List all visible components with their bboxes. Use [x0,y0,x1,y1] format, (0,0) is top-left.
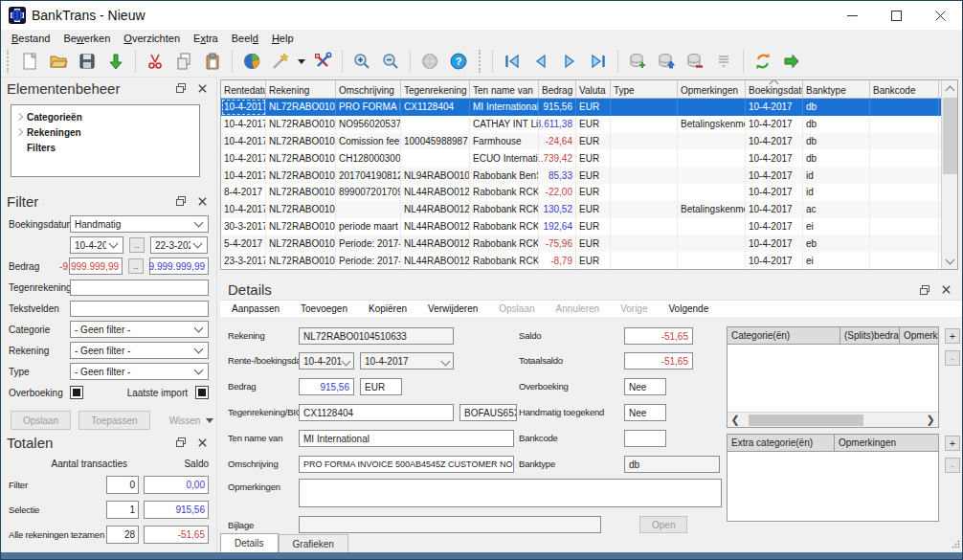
tegenrekening-field[interactable]: CX1128404 [299,404,454,421]
overboeking-checkbox[interactable] [70,386,83,399]
close-panel-icon[interactable] [193,435,211,450]
scroll-down-icon[interactable] [942,253,957,269]
table-row[interactable]: 10-4-2017NL72RABO01045...NL44RABO01234..… [221,201,957,218]
date-to-select[interactable]: 22-3-2024 [150,236,208,254]
column-header-type[interactable]: Type [611,80,678,98]
close-button[interactable] [918,1,962,30]
toepassen-button[interactable]: Toepassen [78,411,149,430]
column-header-valuta[interactable]: Valuta [576,80,611,98]
zoom-out-icon[interactable] [376,48,405,75]
tree-item-categorieën[interactable]: Categorieën [11,109,199,124]
maximize-button[interactable] [874,1,918,30]
column-header-ten-name-van[interactable]: Ten name van [470,80,539,98]
bedrag-min-field[interactable]: -9.999.999,99 [69,258,123,275]
web-icon[interactable] [415,48,444,75]
omschrijving-field[interactable]: PRO FORMA INVOICE 500AB4545Z CUSTOMER NO… [299,456,514,473]
copy-icon[interactable] [169,48,198,75]
table-row[interactable]: 10-4-2017NL72RABO01045...NO95602053797..… [221,116,957,133]
open-icon[interactable] [44,48,73,75]
column-header-bedrag[interactable]: Bedrag [539,80,576,98]
date-from-select[interactable]: 10-4-2017 [70,236,123,254]
import-icon[interactable] [101,48,130,75]
action-annuleren[interactable]: Annuleren [556,303,600,314]
vertical-scrollbar[interactable] [941,80,957,269]
menu-extra[interactable]: Extra [187,32,225,45]
action-opslaan[interactable]: Opslaan [499,303,534,314]
bic-field[interactable]: BOFAUS65XXX [459,404,517,421]
scrollbar-thumb[interactable] [749,414,863,426]
rekening-field[interactable]: NL72RABO0104510633 [299,327,454,345]
add-record-icon[interactable] [623,48,652,75]
extra-categorie-col-header[interactable]: Extra categorie(ën) [728,435,835,451]
action-toevoegen[interactable]: Toevoegen [301,303,347,314]
bijlage-field[interactable] [299,516,601,533]
table-row[interactable]: 30-3-2017NL72RABO01045...periode maart 2… [221,218,957,235]
float-panel-icon[interactable] [916,282,933,298]
delete-record-icon[interactable] [681,48,709,75]
tree-item-rekeningen[interactable]: Rekeningen [11,124,199,140]
column-header-tegenrekening[interactable]: Tegenrekening [401,80,470,98]
column-header-boekingsdatum[interactable]: Boekingsdatum [746,80,803,98]
scroll-right-icon[interactable]: ❯ [923,414,938,426]
table-row[interactable]: 10-4-2017NL72RABO01045...Comission fee J… [221,133,957,150]
menu-bestand[interactable]: Bestand [5,32,56,45]
column-header-bankcode[interactable]: Bankcode [870,80,939,98]
add-extra-categorie-button[interactable]: + [945,436,960,451]
rekening-select[interactable]: - Geen filter - [70,342,209,359]
last-record-icon[interactable] [584,48,613,75]
table-row[interactable]: 10-4-2017NL72RABO01045...2017041908123..… [221,167,957,184]
toolbar-grip[interactable] [7,50,11,73]
tab-details[interactable]: Details [220,533,279,552]
column-header-banktype[interactable]: Banktype [803,80,870,98]
table-row[interactable]: 10-4-2017NL72RABO01045...PRO FORMA INV..… [221,99,957,116]
opmerkingen-col-header[interactable]: Opmerkingen [835,435,938,451]
export-icon[interactable] [777,48,806,75]
previous-record-icon[interactable] [526,48,555,75]
reports-icon[interactable] [237,48,266,75]
wissen-button[interactable]: Wissen [169,415,214,426]
close-panel-icon[interactable] [937,282,954,298]
handmatig-toegekend-field[interactable]: Nee [624,404,666,421]
tab-grafieken[interactable]: Grafieken [279,534,348,552]
bankcode-field[interactable] [624,430,666,447]
help-icon[interactable]: ? [444,48,473,75]
add-categorie-button[interactable]: + [945,328,960,344]
splitsbedrag-col-header[interactable]: (Splits)bedrag [840,327,900,344]
ten-name-van-field[interactable]: MI International [299,430,514,447]
type-select[interactable]: - Geen filter - [70,363,209,380]
next-record-icon[interactable] [555,48,584,75]
action-vorige[interactable]: Vorige [620,303,647,314]
remove-extra-categorie-button[interactable]: - [945,458,960,473]
close-panel-icon[interactable] [193,193,211,209]
cut-icon[interactable] [141,48,169,75]
tegenrekening-input[interactable] [70,280,209,296]
scroll-up-icon[interactable] [942,80,957,97]
scroll-left-icon[interactable]: ❮ [728,414,743,426]
float-panel-icon[interactable] [172,435,190,450]
opmerkingen-col-header[interactable]: Opmerkingen [900,327,938,344]
zoom-in-icon[interactable] [347,48,376,75]
wizard-icon[interactable] [266,48,295,75]
opslaan-button[interactable]: Opslaan [11,411,71,430]
categorie-col-header[interactable]: Categorie(ën) [728,327,840,344]
laatste-import-checkbox[interactable] [195,386,209,399]
scrollbar-thumb[interactable] [943,98,957,174]
tools-icon[interactable] [308,48,337,75]
minimize-button[interactable] [830,1,874,30]
wizard-dropdown-icon[interactable] [295,48,308,75]
post-record-icon[interactable] [652,48,681,75]
resize-grip[interactable] [952,540,960,550]
opmerkingen-field[interactable] [299,479,722,507]
remove-categorie-button[interactable]: - [945,350,960,366]
menu-overzichten[interactable]: Overzichten [117,32,187,45]
column-header-opmerkingen[interactable]: Opmerkingen [678,80,746,98]
bedrag-max-field[interactable]: 9.999.999,99 [149,258,209,275]
boekingsdatum-select[interactable]: Handmatig [70,215,209,233]
tekstvelden-input[interactable] [70,301,209,317]
toolbar-grip[interactable] [479,50,483,73]
float-panel-icon[interactable] [172,80,190,96]
table-row[interactable]: 5-4-2017NL72RABO01045...Periode: 2017-04… [221,235,957,252]
column-header-rekening[interactable]: Rekening [266,80,336,98]
table-row[interactable]: 10-4-2017NL72RABO01045...CH12800030000..… [221,149,957,167]
overboeking-field[interactable]: Nee [624,378,666,395]
